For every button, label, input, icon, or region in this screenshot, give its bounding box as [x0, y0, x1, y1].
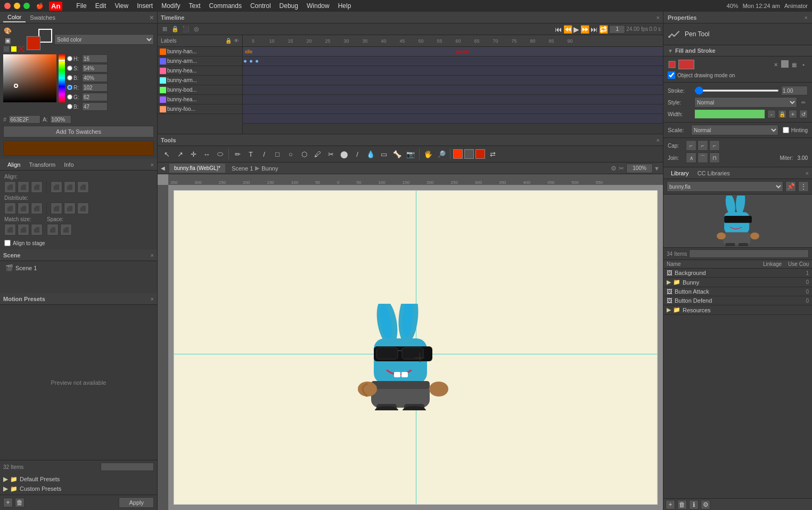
lib-properties-btn[interactable]: ℹ	[689, 500, 699, 509]
align-right-btn[interactable]: ⬛	[31, 181, 43, 193]
menu-view[interactable]: View	[114, 2, 128, 10]
menu-commands[interactable]: Commands	[209, 2, 242, 10]
tool-current-color[interactable]	[475, 149, 485, 159]
fill-none-icon[interactable]: ✕	[772, 60, 780, 69]
motion-add-btn[interactable]: +	[3, 498, 13, 507]
apply-button[interactable]: Apply	[119, 497, 154, 508]
tl-first-btn[interactable]: ⏮	[555, 25, 562, 34]
fill-gradient-icon[interactable]: ▦	[790, 60, 798, 69]
layer-row-2[interactable]: bunny-hea...	[158, 66, 242, 76]
col-name[interactable]: Name	[663, 260, 760, 268]
tab-nav-back[interactable]: ◀	[161, 165, 165, 171]
breadcrumb-symbol[interactable]: Bunny	[261, 165, 278, 172]
library-pin-btn[interactable]: 📌	[785, 181, 796, 192]
menu-modify[interactable]: Modify	[161, 2, 180, 10]
tab-align[interactable]: Align	[3, 160, 24, 169]
hide-all-icon[interactable]: 👁	[234, 38, 239, 44]
color-util-1[interactable]	[3, 46, 10, 52]
fill-swatch[interactable]	[27, 36, 40, 50]
list-item[interactable]: ▶ 📁 Bunny 0	[663, 278, 812, 287]
join-round-btn[interactable]: ⌒	[698, 152, 708, 163]
lib-delete-btn[interactable]: 🗑	[677, 500, 687, 509]
tool-oval[interactable]: ○	[285, 148, 297, 160]
menu-window[interactable]: Window	[307, 2, 330, 10]
color-gradient-picker[interactable]	[3, 54, 56, 102]
color-panel-close[interactable]: ×	[150, 13, 154, 22]
tool-line[interactable]: /	[258, 148, 270, 160]
list-item[interactable]: ▶ 📁 Custom Presets	[0, 484, 157, 493]
list-item[interactable]: 🖼 Background 1	[663, 269, 812, 278]
stage-zoom-input[interactable]	[626, 164, 653, 173]
match-h-btn[interactable]: ⬛	[18, 224, 29, 236]
layer-row-3[interactable]: bunny-arm...	[158, 76, 242, 85]
tool-stroke-color[interactable]	[453, 149, 463, 159]
col-use-count[interactable]: Use Cou	[785, 260, 812, 268]
tool-eraser[interactable]: ▭	[378, 148, 390, 160]
width-slider[interactable]	[694, 109, 765, 119]
match-w-btn[interactable]: ⬛	[4, 224, 16, 236]
layer-row-5[interactable]: bunny-hea...	[158, 95, 242, 104]
tl-icon-layers[interactable]: ⊞	[160, 25, 169, 34]
color-r-input[interactable]	[82, 83, 108, 92]
dist-hcenter-btn[interactable]: ⬛	[18, 203, 29, 214]
space-v-btn[interactable]: ⬛	[60, 224, 72, 236]
align-left-btn[interactable]: ⬛	[4, 181, 16, 193]
motion-delete-btn[interactable]: 🗑	[15, 498, 24, 507]
color-r-radio[interactable]	[67, 85, 72, 90]
tool-camera[interactable]: 📷	[405, 148, 416, 160]
stage-zoom-dropdown[interactable]: ▼	[654, 165, 660, 172]
align-top-btn[interactable]: ⬛	[51, 181, 62, 193]
align-hcenter-btn[interactable]: ⬛	[18, 181, 29, 193]
tool-brush[interactable]: ✂	[325, 148, 337, 160]
dist-right-btn[interactable]: ⬛	[31, 203, 43, 214]
color-util-3[interactable]	[18, 46, 24, 52]
tool-hand[interactable]: 🖐	[422, 148, 434, 160]
tab-swatches[interactable]: Swatches	[26, 13, 60, 22]
color-b2-radio[interactable]	[67, 104, 72, 109]
tl-prev-btn[interactable]: ⏪	[563, 25, 572, 34]
align-vcenter-btn[interactable]: ⬛	[64, 181, 76, 193]
col-linkage[interactable]: Linkage	[760, 260, 785, 268]
properties-close[interactable]: ×	[805, 14, 808, 21]
library-close[interactable]: ×	[806, 170, 809, 176]
tl-icon-frames[interactable]: ⬛	[181, 25, 191, 34]
align-to-stage-checkbox[interactable]	[4, 240, 11, 246]
cap-none-btn[interactable]: ⌐	[686, 140, 696, 151]
width-reset-btn[interactable]: ↺	[799, 110, 808, 118]
width-lock-btn[interactable]: 🔒	[778, 110, 786, 118]
join-bevel-btn[interactable]: ⊓	[709, 152, 720, 163]
scene-panel-close[interactable]: ×	[151, 252, 154, 258]
solid-color-icon[interactable]: 🎨	[3, 27, 12, 35]
color-g-radio[interactable]	[67, 94, 72, 100]
width-plus-btn[interactable]: +	[789, 110, 797, 118]
hue-slider[interactable]	[59, 54, 65, 102]
minimize-button[interactable]	[14, 3, 20, 9]
tool-select[interactable]: ↖	[161, 148, 173, 160]
color-g-input[interactable]	[82, 93, 108, 101]
match-wh-btn[interactable]: ⬛	[31, 224, 43, 236]
dist-vcenter-btn[interactable]: ⬛	[64, 203, 76, 214]
menu-file[interactable]: File	[76, 2, 86, 10]
tool-free-transform[interactable]: ✛	[187, 148, 199, 160]
tool-bone[interactable]: 🦴	[391, 148, 403, 160]
library-options-btn[interactable]: ⋮	[798, 181, 809, 192]
library-search-input[interactable]	[689, 249, 809, 258]
list-item[interactable]: ▶ 📁 Resources	[663, 305, 812, 315]
stroke-style-edit[interactable]: ✏	[799, 98, 808, 107]
motion-search-input[interactable]	[101, 463, 154, 471]
tool-text[interactable]: T	[245, 148, 257, 160]
dist-left-btn[interactable]: ⬛	[4, 203, 16, 214]
color-b2-input[interactable]	[82, 102, 108, 111]
close-button[interactable]	[4, 3, 11, 9]
menu-bar[interactable]: File Edit View Insert Modify Text Comman…	[76, 2, 351, 10]
scene-item[interactable]: 🎬 Scene 1	[3, 263, 154, 273]
lib-add-btn[interactable]: +	[666, 500, 675, 509]
tool-ink[interactable]: /	[351, 148, 363, 160]
tools-close[interactable]: ×	[657, 137, 660, 143]
motion-presets-close[interactable]: ×	[151, 296, 154, 302]
layer-row-1[interactable]: bunny-arm...	[158, 56, 242, 66]
menu-debug[interactable]: Debug	[280, 2, 298, 10]
align-panel-close[interactable]: ×	[151, 161, 154, 168]
frame-number-input[interactable]	[609, 25, 625, 34]
tool-lasso[interactable]: ⬭	[214, 148, 226, 160]
